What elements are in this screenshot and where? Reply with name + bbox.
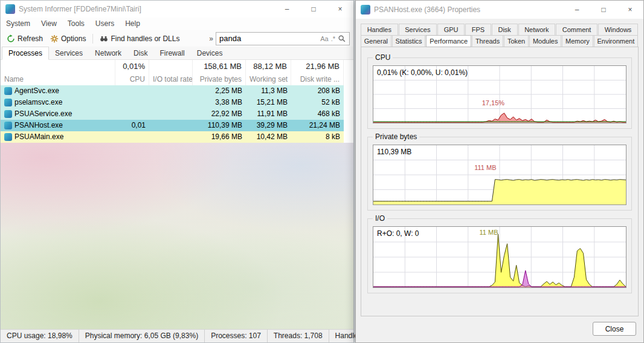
- props-tab-handles[interactable]: Handles: [361, 24, 398, 36]
- private-bytes-group: Private bytes 110,39 MB 111 MB: [367, 137, 632, 211]
- table-row[interactable]: PSUAMain.exe 19,66 MB 10,42 MB 8 kB: [1, 131, 344, 143]
- menu-item-view[interactable]: View: [36, 18, 62, 30]
- props-tab-gpu[interactable]: GPU: [437, 24, 465, 36]
- io-graph[interactable]: R+O: 0, W: 0 11 MB: [373, 226, 626, 288]
- props-tab-fps[interactable]: FPS: [465, 24, 491, 36]
- maximize-button[interactable]: □: [300, 1, 327, 18]
- menu-item-system[interactable]: System: [1, 18, 36, 30]
- private-bytes-graph[interactable]: 110,39 MB 111 MB: [373, 145, 626, 205]
- table-row-selected[interactable]: PSANHost.exe 0,01 110,39 MB 39,29 MB 21,…: [1, 120, 344, 131]
- tab-bar: Processes Services Network Disk Firewall…: [1, 47, 353, 60]
- props-tab-services[interactable]: Services: [399, 24, 437, 36]
- props-tab-network[interactable]: Network: [518, 24, 556, 36]
- props-tab-modules[interactable]: Modules: [529, 35, 561, 47]
- minimize-button[interactable]: –: [274, 1, 300, 18]
- tab-network[interactable]: Network: [89, 47, 127, 59]
- cell-private-bytes: 3,38 MB: [193, 97, 246, 108]
- toolbar-overflow-chevron[interactable]: »: [209, 34, 213, 43]
- table-row[interactable]: pselamsvc.exe 3,38 MB 15,21 MB 52 kB: [1, 97, 344, 108]
- column-header-working-set[interactable]: Working set: [246, 73, 291, 85]
- tab-strip-row2: General Statistics Performance Threads T…: [361, 35, 639, 47]
- status-threads: Threads: 1,708: [268, 330, 329, 342]
- tab-services[interactable]: Services: [49, 47, 89, 59]
- search-icon[interactable]: [338, 34, 346, 43]
- header-totals-row: 0,01% 158,61 MB 88,12 MB 21,96 MB: [1, 60, 344, 73]
- cell-private-bytes: 110,39 MB: [193, 120, 246, 131]
- refresh-label: Refresh: [18, 34, 43, 43]
- io-group-label: I/O: [373, 214, 387, 223]
- cell-working-set: 39,29 MB: [246, 120, 291, 131]
- cell-disk-write: 208 kB: [291, 85, 344, 97]
- header-total-io: [149, 60, 193, 73]
- dialog-title: PSANHost.exe (3664) Properties: [374, 5, 564, 14]
- private-bytes-value-label: 110,39 MB: [377, 148, 411, 156]
- io-value-label: R+O: 0, W: 0: [377, 229, 419, 238]
- properties-tab-strip: Handles Services GPU FPS Disk Network Co…: [356, 19, 643, 47]
- column-header-cpu[interactable]: CPU: [115, 73, 149, 85]
- props-tab-environment[interactable]: Environment: [594, 35, 638, 47]
- match-case-toggle[interactable]: Aa: [320, 35, 328, 42]
- props-tab-comment[interactable]: Comment: [556, 24, 597, 36]
- column-header-name[interactable]: Name: [1, 73, 115, 85]
- tab-devices[interactable]: Devices: [191, 47, 229, 59]
- process-name: pselamsvc.exe: [14, 97, 62, 108]
- cell-cpu: 0,01: [115, 120, 149, 131]
- props-tab-token[interactable]: Token: [504, 35, 529, 47]
- tab-processes[interactable]: Processes: [2, 47, 49, 60]
- header-total-working-set: 88,12 MB: [246, 60, 291, 73]
- dialog-titlebar[interactable]: PSANHost.exe (3664) Properties – □ ×: [356, 1, 643, 19]
- props-tab-threads[interactable]: Threads: [472, 35, 503, 47]
- cell-disk-write: 8 kB: [291, 131, 344, 143]
- dialog-minimize-button[interactable]: –: [564, 1, 590, 19]
- private-bytes-group-label: Private bytes: [373, 132, 419, 141]
- cell-private-bytes: 22,92 MB: [193, 108, 246, 120]
- binoculars-icon: [100, 34, 108, 43]
- app-icon: [5, 4, 15, 14]
- regex-toggle[interactable]: .*: [331, 35, 335, 42]
- status-cpu-usage: CPU usage: 18,98%: [1, 330, 79, 342]
- cell-private-bytes: 2,25 MB: [193, 85, 246, 97]
- menu-item-users[interactable]: Users: [90, 18, 120, 30]
- find-handles-label: Find handles or DLLs: [111, 34, 179, 43]
- props-tab-general[interactable]: General: [361, 35, 391, 47]
- table-row[interactable]: AgentSvc.exe 2,25 MB 11,3 MB 208 kB: [1, 85, 344, 97]
- column-header-private-bytes[interactable]: Private bytes: [193, 73, 246, 85]
- status-bar: CPU usage: 18,98% Physical memory: 6,05 …: [1, 329, 353, 342]
- cpu-graph[interactable]: 0,01% (K: 0,00%, U: 0,01%) 17,15%: [373, 65, 626, 123]
- column-header-row: Name CPU I/O total rate Private bytes Wo…: [1, 73, 344, 85]
- tab-disk[interactable]: Disk: [127, 47, 153, 59]
- cell-private-bytes: 19,66 MB: [193, 131, 246, 143]
- search-input[interactable]: [219, 34, 318, 43]
- column-header-io-total-rate[interactable]: I/O total rate: [149, 73, 193, 85]
- props-tab-performance[interactable]: Performance: [426, 35, 471, 47]
- dialog-x-button[interactable]: ×: [617, 1, 643, 19]
- gear-icon: [50, 34, 59, 43]
- dialog-footer: Close: [356, 316, 643, 342]
- process-icon: [4, 122, 12, 129]
- close-button[interactable]: ×: [327, 1, 353, 18]
- properties-dialog: PSANHost.exe (3664) Properties – □ × Han…: [355, 0, 644, 343]
- dialog-maximize-button[interactable]: □: [590, 1, 617, 19]
- options-button[interactable]: Options: [47, 33, 89, 45]
- menu-item-tools[interactable]: Tools: [62, 18, 90, 30]
- search-box[interactable]: Aa .*: [216, 32, 350, 45]
- find-handles-button[interactable]: Find handles or DLLs: [96, 33, 183, 45]
- titlebar[interactable]: System Informer [FDDefine7Mini\Tairi] – …: [1, 1, 353, 18]
- dialog-icon: [361, 5, 370, 15]
- props-tab-statistics[interactable]: Statistics: [392, 35, 426, 47]
- tab-firewall[interactable]: Firewall: [153, 47, 190, 59]
- cell-disk-write: 21,24 MB: [291, 120, 344, 131]
- column-header-disk-write[interactable]: Disk write ...: [291, 73, 344, 85]
- dialog-close-button[interactable]: Close: [593, 322, 636, 336]
- menu-item-help[interactable]: Help: [120, 18, 146, 30]
- window-title: System Informer [FDDefine7Mini\Tairi]: [19, 5, 274, 13]
- props-tab-memory[interactable]: Memory: [562, 35, 593, 47]
- cell-working-set: 15,21 MB: [246, 97, 291, 108]
- props-tab-windows[interactable]: Windows: [598, 24, 638, 36]
- props-tab-disk[interactable]: Disk: [492, 24, 518, 36]
- refresh-button[interactable]: Refresh: [3, 33, 47, 45]
- process-name: PSANHost.exe: [14, 120, 63, 131]
- desktop: System Informer [FDDefine7Mini\Tairi] – …: [0, 0, 644, 343]
- cell-disk-write: 52 kB: [291, 97, 344, 108]
- table-row[interactable]: PSUAService.exe 22,92 MB 11,91 MB 468 kB: [1, 108, 344, 120]
